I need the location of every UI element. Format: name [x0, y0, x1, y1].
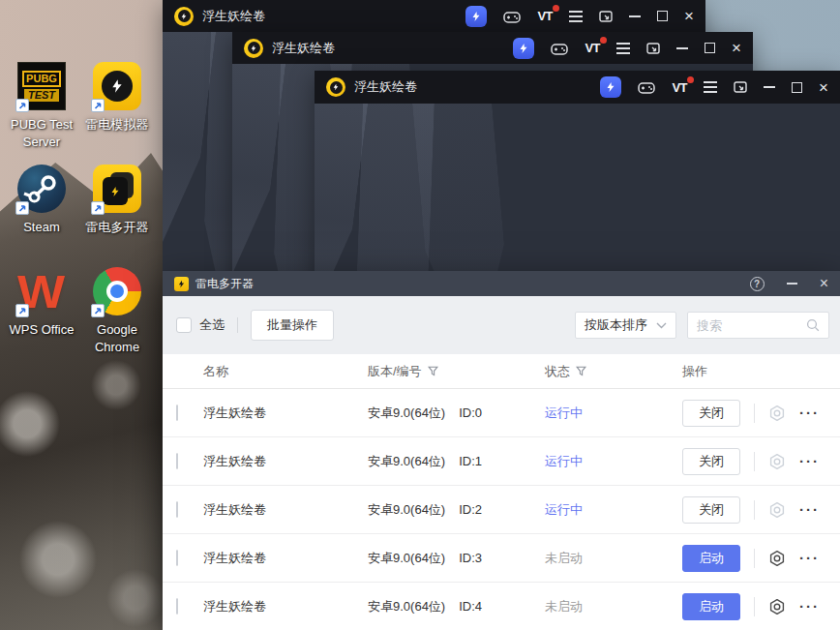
instance-name: 浮生妖绘卷: [203, 453, 368, 470]
boost-icon[interactable]: [600, 76, 621, 98]
instance-id: ID:3: [459, 551, 482, 565]
instance-version: 安卓9.0(64位): [368, 405, 445, 422]
instance-version: 安卓9.0(64位): [368, 598, 445, 615]
close-icon[interactable]: ×: [819, 79, 828, 96]
toolbar-divider: [237, 317, 238, 333]
row-checkbox[interactable]: [176, 453, 178, 469]
more-icon[interactable]: ···: [799, 454, 820, 468]
status-badge: 运行中: [545, 405, 583, 422]
close-icon[interactable]: ×: [732, 40, 741, 56]
menu-icon[interactable]: [616, 47, 630, 49]
boost-icon[interactable]: [513, 38, 534, 59]
more-icon[interactable]: ···: [799, 599, 820, 614]
more-icon[interactable]: ···: [799, 502, 820, 517]
help-icon[interactable]: ?: [750, 277, 765, 291]
pubg-icon-word: PUBG: [22, 71, 61, 87]
pubg-icon: PUBG TEST: [17, 62, 66, 110]
desktop-icon-label: WPS Office: [10, 321, 75, 339]
manager-window-title: 雷电多开器: [195, 276, 254, 292]
settings-icon[interactable]: [768, 598, 786, 615]
gamepad-icon[interactable]: [638, 80, 655, 94]
shrink-corner-icon[interactable]: [734, 80, 747, 94]
shrink-corner-icon[interactable]: [646, 42, 660, 55]
close-icon[interactable]: ×: [684, 8, 694, 24]
settings-icon[interactable]: [768, 550, 786, 567]
select-all-label: 全选: [199, 316, 225, 334]
chevron-down-icon: [656, 322, 667, 329]
action-button[interactable]: 关闭: [682, 496, 740, 524]
action-button[interactable]: 启动: [682, 545, 740, 572]
more-icon[interactable]: ···: [799, 405, 820, 420]
vt-badge[interactable]: VT: [537, 9, 553, 23]
minimize-icon[interactable]: [676, 47, 688, 49]
chrome-icon: [93, 267, 141, 315]
instance-id: ID:4: [459, 599, 482, 614]
instance-name: 浮生妖绘卷: [203, 501, 368, 519]
action-button[interactable]: 关闭: [682, 448, 740, 475]
op-divider: [754, 404, 755, 423]
vt-badge[interactable]: VT: [672, 80, 687, 95]
minimize-icon[interactable]: [629, 15, 641, 17]
more-icon[interactable]: ···: [799, 551, 820, 565]
menu-icon[interactable]: [704, 86, 717, 88]
table-row: 浮生妖绘卷 安卓9.0(64位)ID:0 运行中 关闭 ···: [163, 389, 840, 437]
status-badge: 未启动: [545, 598, 583, 615]
search-box[interactable]: [687, 312, 829, 339]
emulator-titlebar[interactable]: 浮生妖绘卷 VT ×: [163, 0, 705, 32]
emulator-titlebar[interactable]: 浮生妖绘卷 VT ×: [315, 71, 840, 104]
minimize-icon[interactable]: [787, 283, 797, 285]
emulator-window-title: 浮生妖绘卷: [354, 78, 417, 96]
manager-toolbar: 全选 批量操作 按版本排序: [163, 296, 840, 354]
close-icon[interactable]: ×: [820, 276, 828, 291]
filter-icon[interactable]: [428, 366, 438, 376]
desktop-icon-label: Steam: [23, 219, 60, 236]
desktop-icon-ld-multiplayer[interactable]: 雷电多开器: [79, 165, 155, 236]
emulator-titlebar[interactable]: 浮生妖绘卷 VT ×: [232, 32, 753, 64]
multi-instance-manager-window: 雷电多开器 ? × 全选 批量操作 按版本排序 名称 版本/编号: [163, 271, 840, 630]
settings-icon[interactable]: [768, 405, 786, 422]
shortcut-arrow-icon: [15, 201, 29, 215]
ld-multiplayer-app-icon: [174, 277, 189, 291]
instance-name: 浮生妖绘卷: [203, 598, 368, 615]
action-button[interactable]: 关闭: [682, 400, 740, 427]
table-header: 名称 版本/编号 状态 操作: [163, 354, 840, 389]
sort-dropdown[interactable]: 按版本排序: [575, 312, 676, 339]
instance-name: 浮生妖绘卷: [203, 405, 368, 422]
maximize-icon[interactable]: [705, 43, 715, 53]
manager-titlebar[interactable]: 雷电多开器 ? ×: [163, 271, 840, 296]
maximize-icon[interactable]: [792, 82, 802, 93]
vt-badge[interactable]: VT: [585, 41, 600, 55]
row-checkbox[interactable]: [176, 405, 178, 421]
desktop-icon-wps-office[interactable]: W WPS Office: [4, 267, 79, 355]
row-checkbox[interactable]: [176, 501, 178, 518]
desktop-icon-steam[interactable]: Steam: [4, 165, 79, 236]
shortcut-arrow-icon: [15, 99, 29, 112]
shrink-corner-icon[interactable]: [599, 10, 613, 23]
desktop-icon-row-3: W WPS Office Google Chrome: [4, 267, 163, 355]
shortcut-arrow-icon: [91, 304, 105, 317]
gamepad-icon[interactable]: [551, 42, 568, 55]
batch-operation-button[interactable]: 批量操作: [251, 310, 334, 341]
ldplayer-icon: [93, 62, 141, 110]
desktop-icon-row-2: Steam 雷电多开器: [4, 165, 163, 236]
search-input[interactable]: [697, 318, 806, 333]
filter-icon[interactable]: [576, 366, 586, 376]
settings-icon[interactable]: [768, 501, 786, 519]
op-divider: [754, 549, 755, 568]
desktop-icon-pubg-test-server[interactable]: PUBG TEST PUBG Test Server: [4, 62, 79, 150]
maximize-icon[interactable]: [657, 11, 668, 21]
boost-icon[interactable]: [465, 6, 487, 27]
header-status: 状态: [545, 363, 570, 380]
settings-icon[interactable]: [768, 453, 786, 470]
desktop-icon-ldplayer[interactable]: 雷电模拟器: [79, 62, 155, 150]
action-button[interactable]: 启动: [682, 593, 740, 620]
menu-icon[interactable]: [569, 15, 583, 17]
desktop-icon-google-chrome[interactable]: Google Chrome: [79, 267, 155, 355]
select-all-checkbox[interactable]: [176, 317, 192, 333]
gamepad-icon[interactable]: [503, 10, 521, 23]
minimize-icon[interactable]: [764, 86, 775, 88]
instance-name: 浮生妖绘卷: [203, 550, 368, 567]
row-checkbox[interactable]: [176, 550, 178, 566]
row-checkbox[interactable]: [176, 598, 178, 615]
search-icon: [806, 318, 820, 332]
